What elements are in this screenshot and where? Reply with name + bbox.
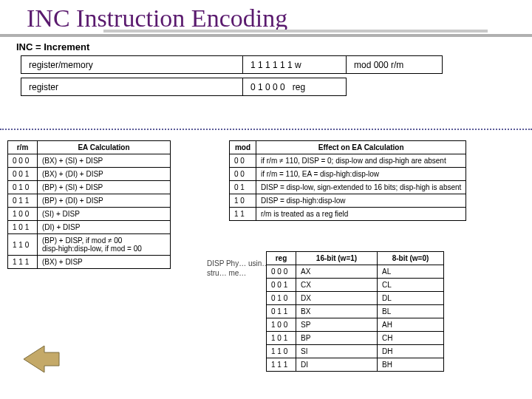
arrow-left-icon <box>21 343 62 375</box>
encoding-table: register/memory 1 1 1 1 1 1 w mod 000 r/… <box>21 55 443 96</box>
eff-cell: if r/m ≠ 110, DISP = 0; disp-low and dis… <box>256 154 466 168</box>
ea-cell: (BP) + (DI) + DISP <box>38 194 171 208</box>
reg-cell: 0 1 0 <box>267 292 296 305</box>
reg-cell: 1 0 0 <box>267 318 296 332</box>
w0-cell: BH <box>378 358 444 372</box>
rm-cell: 1 0 0 <box>8 208 38 221</box>
mod-cell: 0 0 <box>230 168 256 181</box>
mod-table-wrap: mod Effect on EA Calculation 0 0if r/m ≠… <box>229 140 466 221</box>
enc-reg-label: register <box>21 78 243 96</box>
w0-cell: CH <box>378 332 444 345</box>
eff-cell: if r/m = 110, EA = disp-high:disp-low <box>256 168 466 181</box>
table-row: 0 1 1BXBL <box>267 305 444 318</box>
table-row: 1 1 0(BP) + DISP, if mod ≠ 00 disp-high:… <box>8 234 171 256</box>
w0-cell: DL <box>378 292 444 305</box>
table-row: 0 0 1CXCL <box>267 279 444 292</box>
reg-h1: 16-bit (w=1) <box>296 252 378 265</box>
ea-cell: (BX) + (SI) + DISP <box>38 154 171 168</box>
dotted-divider <box>0 129 532 130</box>
w0-cell: DH <box>378 345 444 358</box>
mod-table: mod Effect on EA Calculation 0 0if r/m ≠… <box>229 140 466 221</box>
w1-cell: BX <box>296 305 378 318</box>
reg-table: reg 16-bit (w=1) 8-bit (w=0) 0 0 0AXAL0 … <box>266 251 444 372</box>
rm-cell: 1 1 1 <box>8 256 38 269</box>
reg-table-wrap: reg 16-bit (w=1) 8-bit (w=0) 0 0 0AXAL0 … <box>266 251 444 372</box>
reg-cell: 0 1 1 <box>267 305 296 318</box>
table-row: 1 0 1BPCH <box>267 332 444 345</box>
w0-cell: AL <box>378 265 444 279</box>
rm-cell: 0 1 1 <box>8 194 38 208</box>
reg-cell: 1 1 0 <box>267 345 296 358</box>
table-row: 1 1r/m is treated as a reg field <box>230 208 466 221</box>
table-row: 1 0 0SPAH <box>267 318 444 332</box>
table-row: 0 0 0(BX) + (SI) + DISP <box>8 154 171 168</box>
title-shadow <box>103 30 488 33</box>
rm-table-wrap: r/m EA Calculation 0 0 0(BX) + (SI) + DI… <box>7 140 171 269</box>
mod-h1: Effect on EA Calculation <box>256 141 466 154</box>
reg-cell: 1 0 1 <box>267 332 296 345</box>
mod-cell: 0 1 <box>230 181 256 194</box>
table-row: 1 1 0SIDH <box>267 345 444 358</box>
w1-cell: CX <box>296 279 378 292</box>
mod-cell: 0 0 <box>230 154 256 168</box>
table-row: 0 1 1(BP) + (DI) + DISP <box>8 194 171 208</box>
w1-cell: SI <box>296 345 378 358</box>
enc-rm-byte2: mod 000 r/m <box>347 56 443 74</box>
rm-cell: 1 0 1 <box>8 221 38 234</box>
table-row: 1 0DISP = disp-high:disp-low <box>230 194 466 208</box>
enc-rm-label: register/memory <box>21 56 243 74</box>
table-row: 1 0 0(SI) + DISP <box>8 208 171 221</box>
mod-h0: mod <box>230 141 256 154</box>
eff-cell: DISP = disp-high:disp-low <box>256 194 466 208</box>
w0-cell: BL <box>378 305 444 318</box>
rm-cell: 0 0 1 <box>8 168 38 181</box>
enc-reg-byte1: 0 1 0 0 0 reg <box>243 78 347 96</box>
table-row: 0 1 0DXDL <box>267 292 444 305</box>
reg-h0: reg <box>267 252 296 265</box>
mod-cell: 1 0 <box>230 194 256 208</box>
table-row: 1 1 1(BX) + DISP <box>8 256 171 269</box>
enc-rm-byte1: 1 1 1 1 1 1 w <box>243 56 347 74</box>
ea-cell: (BP) + (SI) + DISP <box>38 181 171 194</box>
reg-cell: 0 0 0 <box>267 265 296 279</box>
w1-cell: BP <box>296 332 378 345</box>
table-row: 0 0 0AXAL <box>267 265 444 279</box>
table-row: 0 0if r/m = 110, EA = disp-high:disp-low <box>230 168 466 181</box>
table-row: 1 1 1DIBH <box>267 358 444 372</box>
inc-header: INC = Increment <box>0 37 532 55</box>
reg-h2: 8-bit (w=0) <box>378 252 444 265</box>
rm-cell: 0 1 0 <box>8 181 38 194</box>
table-row: 1 0 1(DI) + DISP <box>8 221 171 234</box>
ea-cell: (BX) + (DI) + DISP <box>38 168 171 181</box>
mod-cell: 1 1 <box>230 208 256 221</box>
w1-cell: DX <box>296 292 378 305</box>
rm-h0: r/m <box>8 141 38 154</box>
table-row: 0 1DISP = disp-low, sign-extended to 16 … <box>230 181 466 194</box>
enc-empty <box>347 78 443 96</box>
rm-cell: 0 0 0 <box>8 154 38 168</box>
back-button[interactable] <box>21 343 62 378</box>
svg-marker-0 <box>24 346 59 372</box>
title-bar: INC Instruction Encoding <box>0 0 532 37</box>
rm-cell: 1 1 0 <box>8 234 38 256</box>
table-row: 0 1 0(BP) + (SI) + DISP <box>8 181 171 194</box>
rm-table: r/m EA Calculation 0 0 0(BX) + (SI) + DI… <box>7 140 171 269</box>
table-row: 0 0if r/m ≠ 110, DISP = 0; disp-low and … <box>230 154 466 168</box>
w1-cell: DI <box>296 358 378 372</box>
w1-cell: AX <box>296 265 378 279</box>
w0-cell: CL <box>378 279 444 292</box>
ea-cell: (SI) + DISP <box>38 208 171 221</box>
reg-cell: 1 1 1 <box>267 358 296 372</box>
w1-cell: SP <box>296 318 378 332</box>
ea-cell: (DI) + DISP <box>38 221 171 234</box>
eff-cell: r/m is treated as a reg field <box>256 208 466 221</box>
eff-cell: DISP = disp-low, sign-extended to 16 bit… <box>256 181 466 194</box>
ea-cell: (BP) + DISP, if mod ≠ 00 disp-high:disp-… <box>38 234 171 256</box>
rm-h1: EA Calculation <box>38 141 171 154</box>
table-row: 0 0 1(BX) + (DI) + DISP <box>8 168 171 181</box>
reg-cell: 0 0 1 <box>267 279 296 292</box>
ea-cell: (BX) + DISP <box>38 256 171 269</box>
w0-cell: AH <box>378 318 444 332</box>
